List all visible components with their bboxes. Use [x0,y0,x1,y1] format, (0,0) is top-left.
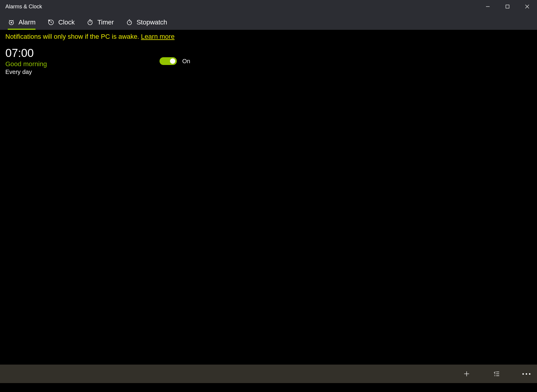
window-title: Alarms & Clock [0,4,42,10]
svg-rect-1 [506,5,509,8]
stopwatch-icon [126,19,133,26]
plus-icon [463,371,470,377]
command-bar [0,365,537,383]
alarm-name: Good morning [5,60,160,68]
alarm-info: 07:00 Good morning Every day [5,47,160,75]
tab-clock[interactable]: Clock [41,16,81,30]
bottom-strip [0,383,537,392]
toggle-knob [170,58,175,64]
title-bar: Alarms & Clock [0,0,537,13]
tab-label: Alarm [18,18,35,26]
learn-more-link[interactable]: Learn more [141,33,175,40]
alarm-repeat: Every day [5,69,160,75]
select-alarms-button[interactable] [490,368,502,380]
alarm-list: 07:00 Good morning Every day On [0,44,537,79]
clock-icon [47,19,55,26]
tab-label: Clock [58,18,75,26]
close-button[interactable] [517,0,537,13]
tab-timer[interactable]: Timer [81,16,120,30]
alarm-toggle[interactable] [160,57,177,65]
notification-banner: Notifications will only show if the PC i… [0,30,537,44]
app-window: Alarms & Clock [0,0,537,392]
minimize-button[interactable] [478,0,498,13]
minimize-icon [486,4,490,9]
more-button[interactable] [520,368,532,380]
alarm-icon [8,19,15,26]
maximize-button[interactable] [498,0,517,13]
toggle-state-label: On [182,58,190,65]
more-icon [522,373,530,375]
alarm-toggle-group: On [160,57,190,65]
alarm-time: 07:00 [5,47,160,60]
svg-point-7 [88,21,92,25]
maximize-icon [505,4,510,9]
add-alarm-button[interactable] [461,368,473,380]
svg-point-8 [127,21,132,25]
alarm-item[interactable]: 07:00 Good morning Every day On [5,45,190,77]
window-controls [478,0,537,13]
tab-label: Timer [97,18,114,26]
timer-icon [86,19,94,26]
tab-stopwatch[interactable]: Stopwatch [120,16,173,30]
notification-text: Notifications will only show if the PC i… [5,33,141,40]
tab-alarm[interactable]: Alarm [2,16,41,30]
tab-bar: Alarm Clock Timer [0,13,537,30]
content-area: Notifications will only show if the PC i… [0,30,537,365]
close-icon [525,4,529,9]
tab-label: Stopwatch [137,18,167,26]
checklist-icon [493,371,500,377]
